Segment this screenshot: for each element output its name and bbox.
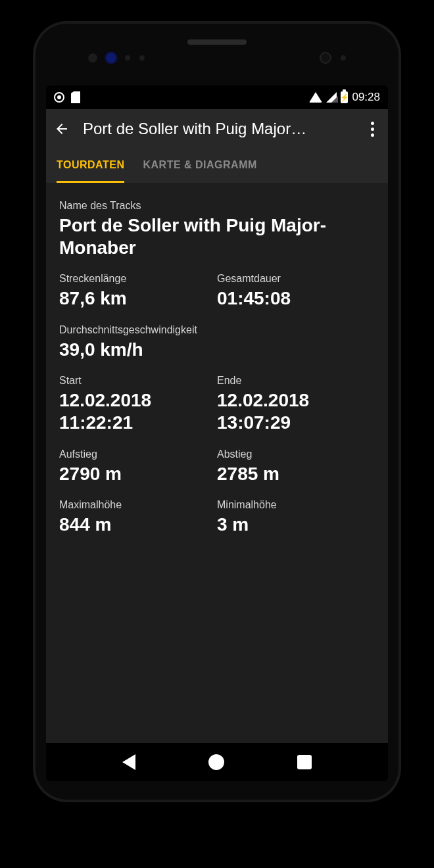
screen: ⚡ 09:28 Port de Soller with Puig Major… … bbox=[46, 85, 388, 781]
battery-icon: ⚡ bbox=[341, 91, 348, 103]
phone-frame: ⚡ 09:28 Port de Soller with Puig Major… … bbox=[36, 24, 398, 800]
content-scroll[interactable]: Name des Tracks Port de Soller with Puig… bbox=[46, 183, 388, 743]
end-block: Ende 12.02.2018 13:07:29 bbox=[217, 375, 375, 433]
power-button[interactable] bbox=[398, 262, 402, 334]
max-alt-label: Maximalhöhe bbox=[59, 499, 217, 511]
android-nav-bar bbox=[46, 743, 388, 781]
nav-home-button[interactable] bbox=[208, 754, 224, 770]
descent-label: Abstieg bbox=[217, 448, 375, 460]
start-label: Start bbox=[59, 375, 217, 387]
min-alt-block: Minimalhöhe 3 m bbox=[217, 499, 375, 536]
descent-value: 2785 m bbox=[217, 463, 375, 485]
end-label: Ende bbox=[217, 375, 375, 387]
avg-speed-block: Durchschnittsgeschwindigkeit 39,0 km/h bbox=[59, 324, 375, 361]
duration-label: Gesamtdauer bbox=[217, 273, 375, 285]
notification-icon bbox=[54, 92, 64, 103]
duration-block: Gesamtdauer 01:45:08 bbox=[217, 273, 375, 310]
max-alt-value: 844 m bbox=[59, 514, 217, 536]
distance-block: Streckenlänge 87,6 km bbox=[59, 273, 217, 310]
cell-signal-icon bbox=[326, 92, 337, 103]
overflow-menu-button[interactable] bbox=[363, 120, 381, 138]
nav-recents-button[interactable] bbox=[297, 755, 312, 769]
arrow-back-icon bbox=[54, 121, 70, 137]
app-bar: Port de Soller with Puig Major… bbox=[46, 109, 388, 149]
status-time: 09:28 bbox=[352, 91, 380, 104]
tab-bar: TOURDATEN KARTE & DIAGRAMM bbox=[46, 149, 388, 183]
descent-block: Abstieg 2785 m bbox=[217, 448, 375, 485]
track-name-block: Name des Tracks Port de Soller with Puig… bbox=[59, 200, 375, 258]
more-vert-icon bbox=[371, 122, 374, 137]
duration-value: 01:45:08 bbox=[217, 287, 375, 310]
start-value: 12.02.2018 11:22:21 bbox=[59, 389, 217, 433]
track-name-label: Name des Tracks bbox=[59, 200, 375, 212]
tab-karte-diagramm[interactable]: KARTE & DIAGRAMM bbox=[143, 149, 256, 183]
ascent-label: Aufstieg bbox=[59, 448, 217, 460]
distance-label: Streckenlänge bbox=[59, 273, 217, 285]
ascent-block: Aufstieg 2790 m bbox=[59, 448, 217, 485]
appbar-title: Port de Soller with Puig Major… bbox=[83, 120, 351, 138]
avg-speed-value: 39,0 km/h bbox=[59, 339, 375, 361]
wifi-icon bbox=[309, 92, 322, 103]
end-value: 12.02.2018 13:07:29 bbox=[217, 389, 375, 433]
ascent-value: 2790 m bbox=[59, 463, 217, 485]
nav-back-button[interactable] bbox=[122, 754, 135, 770]
tab-tourdaten[interactable]: TOURDATEN bbox=[57, 149, 124, 183]
min-alt-label: Minimalhöhe bbox=[217, 499, 375, 511]
track-name-value: Port de Soller with Puig Major-Monaber bbox=[59, 214, 375, 258]
avg-speed-label: Durchschnittsgeschwindigkeit bbox=[59, 324, 375, 336]
sensor-row bbox=[36, 50, 398, 66]
sd-card-icon bbox=[71, 91, 80, 103]
min-alt-value: 3 m bbox=[217, 514, 375, 536]
front-camera bbox=[320, 52, 331, 64]
status-bar: ⚡ 09:28 bbox=[46, 85, 388, 109]
distance-value: 87,6 km bbox=[59, 287, 217, 310]
start-block: Start 12.02.2018 11:22:21 bbox=[59, 375, 217, 433]
back-button[interactable] bbox=[53, 120, 71, 138]
speaker-grille bbox=[187, 39, 247, 45]
max-alt-block: Maximalhöhe 844 m bbox=[59, 499, 217, 536]
